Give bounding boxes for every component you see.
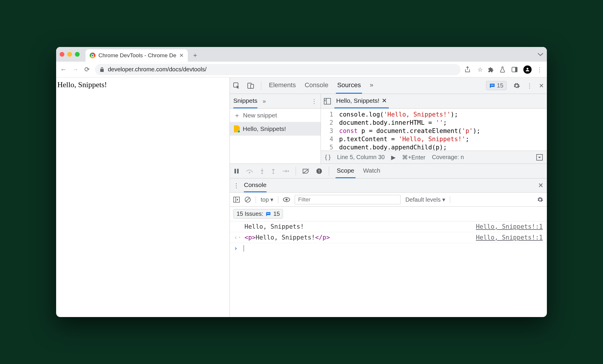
element-html: <p>Hello, Snippets!</p> [244,234,330,241]
toggle-navigator-button[interactable] [324,98,331,105]
editor-tab[interactable]: Hello, Snippets! ✕ [334,94,389,108]
debugger-toolbar: Scope Watch [230,164,547,178]
sources-panel: Snippets » ⋮ ＋ New snippet Hello, Snippe… [230,94,547,164]
drawer-close-button[interactable]: ✕ [538,182,543,189]
log-levels-selector[interactable]: Default levels ▾ [405,196,445,203]
maximize-window-button[interactable] [75,52,80,57]
console-sidebar-toggle[interactable] [233,197,240,203]
tab-overflow-button[interactable] [537,52,543,56]
drawer-console-tab[interactable]: Console [244,178,267,192]
browser-tab[interactable]: Chrome DevTools - Chrome De ✕ [86,49,188,62]
svg-rect-5 [491,85,494,85]
issues-chip[interactable]: 15 Issues: 15 [233,209,283,219]
line-numbers: 1 2 3 4 5 [321,109,336,151]
share-button[interactable] [465,66,472,73]
scope-tab[interactable]: Scope [336,164,356,178]
extensions-button[interactable] [488,67,496,73]
window-controls [60,52,80,57]
step-over-button[interactable] [246,168,253,174]
issues-chip-count: 15 [273,210,280,217]
svg-rect-4 [251,84,254,88]
side-panel-button[interactable] [512,67,519,72]
close-tab-button[interactable]: ✕ [179,52,184,59]
svg-rect-9 [235,169,236,173]
coverage-dropdown-button[interactable] [536,154,543,161]
console-prompt-row[interactable]: › [230,243,547,254]
more-menu-button[interactable]: ⋮ [536,66,543,73]
devtools-close-button[interactable]: ✕ [539,82,544,89]
run-hint: ⌘+Enter [402,154,425,161]
inspect-button[interactable] [233,82,240,90]
snippets-tab[interactable]: Snippets [233,94,257,108]
snippets-overflow-button[interactable]: » [263,98,266,105]
svg-point-11 [249,172,250,173]
issues-row: 15 Issues: 15 [230,207,547,221]
forward-button[interactable]: → [71,66,79,73]
settings-button[interactable] [513,82,520,89]
console-output: Hello, Snippets! Hello, Snippets!:1 ‹· <… [230,221,547,254]
pause-on-exceptions-button[interactable] [316,168,322,174]
address-bar[interactable]: developer.chrome.com/docs/devtools/ [95,64,460,75]
step-button[interactable] [282,169,289,173]
svg-rect-6 [324,98,331,104]
log-source-link[interactable]: Hello, Snippets!:1 [476,223,543,230]
snippets-more-button[interactable]: ⋮ [311,98,317,105]
close-window-button[interactable] [60,52,64,57]
browser-window: Chrome DevTools - Chrome De ✕ ＋ ← → ⟳ de… [56,47,547,317]
step-out-button[interactable] [271,168,276,174]
svg-rect-1 [515,67,517,72]
new-snippet-label: New snippet [243,112,277,119]
console-element-row: ‹· <p>Hello, Snippets!</p> Hello, Snippe… [230,232,547,243]
svg-rect-19 [234,197,239,202]
issues-badge[interactable]: 15 [486,81,507,90]
snippet-item[interactable]: Hello, Snippets! [230,122,321,136]
cursor-position: Line 5, Column 30 [337,154,385,161]
device-toggle-button[interactable] [247,82,254,90]
clear-console-button[interactable] [244,196,251,203]
devtools-tabs: Elements Console Sources » 15 ⋮ ✕ [230,77,547,94]
code-editor[interactable]: 1 2 3 4 5 console.log('Hello, Snippets!'… [321,109,547,151]
page-content: Hello, Snippets! [56,77,230,317]
back-button[interactable]: ← [60,66,67,73]
devtools-more-button[interactable]: ⋮ [527,82,532,89]
labs-button[interactable] [500,66,507,73]
live-expression-button[interactable] [283,197,290,202]
svg-rect-17 [319,170,319,172]
step-into-button[interactable] [260,168,264,174]
message-icon [266,211,271,217]
code-content: console.log('Hello, Snippets!'); documen… [336,109,483,151]
tab-title: Chrome DevTools - Chrome De [98,52,176,59]
coverage-label: Coverage: n [432,154,464,161]
log-source-link[interactable]: Hello, Snippets!:1 [476,234,543,241]
drawer-more-button[interactable]: ⋮ [233,182,239,189]
issues-label: 15 Issues: [237,210,263,217]
devtools-panel: Elements Console Sources » 15 ⋮ ✕ [230,77,547,317]
bookmark-button[interactable]: ☆ [476,66,484,73]
page-text: Hello, Snippets! [57,80,107,89]
text-caret [244,245,244,252]
new-snippet-button[interactable]: ＋ New snippet [230,109,321,122]
context-selector[interactable]: top ▾ [261,196,273,203]
tabs-overflow-button[interactable]: » [369,77,374,94]
snippet-file-icon [234,125,240,132]
svg-rect-18 [319,172,319,173]
run-snippet-button[interactable]: ▶ [391,154,396,161]
svg-rect-25 [267,213,270,214]
minimize-window-button[interactable] [67,52,72,57]
tab-elements[interactable]: Elements [268,77,297,94]
prompt-icon: › [234,245,238,252]
pause-button[interactable] [234,168,239,174]
profile-avatar[interactable] [523,65,532,74]
console-toolbar: top ▾ Default levels ▾ [230,193,547,207]
deactivate-breakpoints-button[interactable] [302,168,309,174]
pretty-print-button[interactable]: { } [325,154,331,161]
close-editor-tab-button[interactable]: ✕ [382,97,387,104]
console-settings-button[interactable] [537,196,543,203]
reload-button[interactable]: ⟳ [83,66,91,73]
console-filter-input[interactable] [295,195,401,204]
tab-sources[interactable]: Sources [336,77,362,94]
editor-tab-label: Hello, Snippets! [336,97,379,104]
tab-console[interactable]: Console [304,77,330,94]
new-tab-button[interactable]: ＋ [192,51,198,60]
watch-tab[interactable]: Watch [362,164,382,178]
